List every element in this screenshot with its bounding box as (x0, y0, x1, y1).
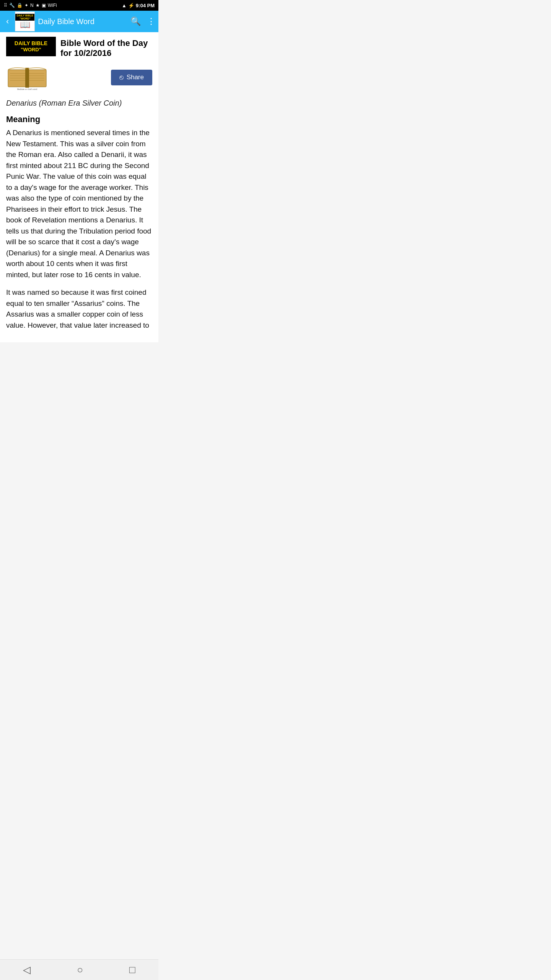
logo-block: DAILY BIBLE "WORD" (6, 37, 56, 56)
word-title: Denarius (Roman Era Silver Coin) (6, 99, 152, 108)
svg-rect-1 (28, 70, 46, 87)
status-left: ⠿ 🔧 🔒 ✦ N ★ ▣ WiFi (4, 3, 57, 8)
svg-rect-10 (25, 68, 29, 88)
app-bar-title: Daily Bible Word (38, 17, 127, 26)
back-button[interactable]: ‹ (3, 13, 12, 29)
logo-line1: DAILY BIBLE (10, 40, 52, 47)
status-bar: ⠿ 🔧 🔒 ✦ N ★ ▣ WiFi ▲ ⚡ 9:04 PM (0, 0, 158, 11)
status-icon-nfc: N (30, 3, 34, 8)
status-battery: ⚡ (128, 3, 134, 8)
app-logo-book-icon: 📖 (20, 21, 30, 29)
book-image: Meditate on God's word (6, 62, 48, 93)
share-button[interactable]: ⎋ Share (111, 70, 152, 85)
share-label: Share (127, 74, 144, 81)
meaning-paragraph-2: It was named so because it was first coi… (6, 287, 152, 331)
svg-rect-0 (8, 70, 26, 87)
search-icon[interactable]: 🔍 (130, 16, 141, 26)
book-row: Meditate on God's word ⎋ Share (6, 62, 152, 93)
meaning-paragraph-1: A Denarius is mentioned several times in… (6, 127, 152, 280)
header-section: DAILY BIBLE "WORD" Bible Word of the Day… (6, 37, 152, 58)
main-content: DAILY BIBLE "WORD" Bible Word of the Day… (0, 32, 158, 342)
share-icon: ⎋ (119, 74, 124, 82)
status-icon-phone: ▣ (42, 3, 46, 8)
status-icon-person: 🔒 (17, 3, 23, 8)
app-logo: DAILY BIBLE "WORD" 📖 (15, 11, 35, 31)
status-icon-star: ★ (36, 3, 40, 8)
status-time: 9:04 PM (136, 3, 155, 8)
status-icon-wrench: 🔧 (9, 3, 15, 8)
logo-line2: "WORD" (10, 47, 52, 53)
status-icon-bluetooth: ✦ (24, 3, 28, 8)
app-bar: ‹ DAILY BIBLE "WORD" 📖 Daily Bible Word … (0, 11, 158, 32)
status-right: ▲ ⚡ 9:04 PM (122, 3, 155, 8)
status-signal: ▲ (122, 3, 127, 8)
status-icon-menu: ⠿ (4, 3, 7, 8)
meaning-heading: Meaning (6, 114, 152, 124)
svg-text:Meditate on God's word: Meditate on God's word (17, 88, 37, 90)
status-icon-wifi: WiFi (48, 3, 57, 8)
app-bar-actions: 🔍 ⋮ (130, 16, 155, 26)
date-title: Bible Word of the Day for 10/2/2016 (60, 37, 152, 58)
more-options-icon[interactable]: ⋮ (147, 16, 155, 26)
